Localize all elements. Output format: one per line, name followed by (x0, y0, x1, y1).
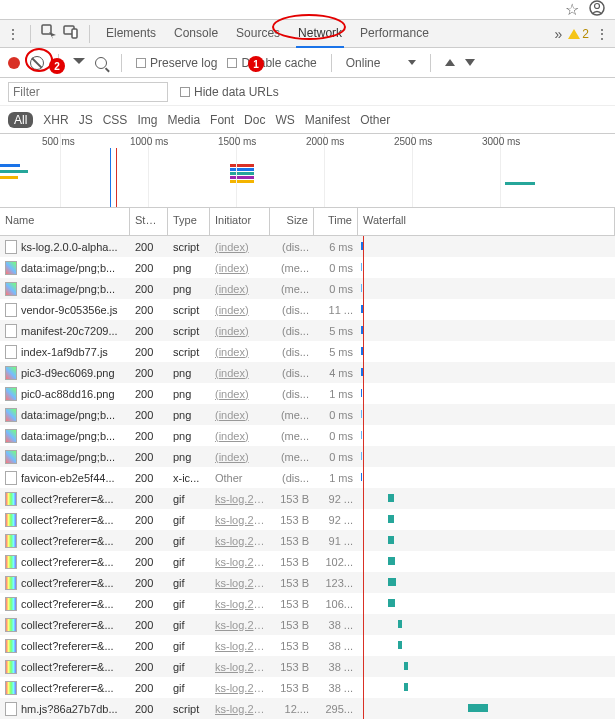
request-row[interactable]: pic3-d9ec6069.png200png(index)(dis...4 m… (0, 362, 615, 383)
request-initiator[interactable]: (index) (210, 430, 270, 442)
request-initiator[interactable]: (index) (210, 367, 270, 379)
filter-toggle-icon[interactable] (73, 58, 85, 68)
request-name: collect?referer=&... (21, 640, 114, 652)
tab-elements[interactable]: Elements (104, 20, 158, 48)
divider (89, 25, 90, 43)
request-initiator[interactable]: ks-log.2.... (210, 556, 270, 568)
request-initiator[interactable]: ks-log.2.... (210, 640, 270, 652)
tab-performance[interactable]: Performance (358, 20, 431, 48)
request-waterfall (358, 257, 615, 278)
filter-input[interactable] (8, 82, 168, 102)
header-waterfall[interactable]: Waterfall (358, 208, 615, 235)
type-filter-media[interactable]: Media (167, 113, 200, 127)
type-filter-img[interactable]: Img (137, 113, 157, 127)
request-initiator[interactable]: (index) (210, 346, 270, 358)
hide-data-urls-checkbox[interactable]: Hide data URLs (180, 85, 279, 99)
request-initiator[interactable]: (index) (210, 409, 270, 421)
more-tabs-icon[interactable]: » (555, 26, 563, 42)
inspect-element-icon[interactable] (41, 24, 57, 43)
request-row[interactable]: collect?referer=&...200gifks-log.2....15… (0, 635, 615, 656)
type-filter-xhr[interactable]: XHR (43, 113, 68, 127)
annotation-label-1: 1 (248, 56, 264, 72)
request-initiator[interactable]: (index) (210, 241, 270, 253)
type-filter-all[interactable]: All (8, 112, 33, 128)
request-row[interactable]: collect?referer=&...200gifks-log.2....15… (0, 530, 615, 551)
tab-console[interactable]: Console (172, 20, 220, 48)
request-initiator[interactable]: ks-log.2.... (210, 661, 270, 673)
request-initiator[interactable]: ks-log.2.... (210, 493, 270, 505)
throttling-select[interactable]: Online (346, 56, 417, 70)
header-time[interactable]: Time (314, 208, 358, 235)
request-size: (dis... (270, 241, 314, 253)
request-row[interactable]: manifest-20c7209...200script(index)(dis.… (0, 320, 615, 341)
search-icon[interactable] (95, 57, 107, 69)
header-size[interactable]: Size (270, 208, 314, 235)
request-initiator[interactable]: (index) (210, 325, 270, 337)
request-row[interactable]: collect?referer=&...200gifks-log.2....15… (0, 677, 615, 698)
request-initiator[interactable]: ks-log.2.... (210, 535, 270, 547)
request-type: png (168, 388, 210, 400)
request-row[interactable]: vendor-9c05356e.js200script(index)(dis..… (0, 299, 615, 320)
overview-timeline[interactable]: 500 ms1000 ms1500 ms2000 ms2500 ms3000 m… (0, 134, 615, 208)
request-initiator[interactable]: Other (210, 472, 270, 484)
request-initiator[interactable]: ks-log.2.... (210, 703, 270, 715)
request-row[interactable]: data:image/png;b...200png(index)(me...0 … (0, 446, 615, 467)
request-row[interactable]: data:image/png;b...200png(index)(me...0 … (0, 404, 615, 425)
warning-badge[interactable]: 2 (568, 27, 589, 41)
upload-har-icon[interactable] (445, 59, 455, 66)
request-row[interactable]: ks-log.2.0.0-alpha...200script(index)(di… (0, 236, 615, 257)
header-initiator[interactable]: Initiator (210, 208, 270, 235)
request-row[interactable]: collect?referer=&...200gifks-log.2....15… (0, 488, 615, 509)
request-size: (dis... (270, 304, 314, 316)
disable-cache-checkbox[interactable]: Disable cache (227, 56, 316, 70)
request-row[interactable]: collect?referer=&...200gifks-log.2....15… (0, 572, 615, 593)
download-har-icon[interactable] (465, 59, 475, 66)
profile-avatar-icon[interactable] (589, 0, 605, 20)
request-initiator[interactable]: ks-log.2.... (210, 682, 270, 694)
request-row[interactable]: index-1af9db77.js200script(index)(dis...… (0, 341, 615, 362)
request-row[interactable]: favicon-eb2e5f44...200x-ic...Other(dis..… (0, 467, 615, 488)
request-initiator[interactable]: (index) (210, 283, 270, 295)
request-initiator[interactable]: ks-log.2.... (210, 598, 270, 610)
request-row[interactable]: data:image/png;b...200png(index)(me...0 … (0, 425, 615, 446)
request-initiator[interactable]: (index) (210, 262, 270, 274)
request-row[interactable]: collect?referer=&...200gifks-log.2....15… (0, 614, 615, 635)
main-menu-icon[interactable]: ⋮ (6, 26, 20, 42)
request-name: hm.js?86a27b7db... (21, 703, 118, 715)
device-toggle-icon[interactable] (63, 24, 79, 43)
request-row[interactable]: collect?referer=&...200gifks-log.2....15… (0, 551, 615, 572)
chevron-down-icon (408, 60, 416, 65)
request-initiator[interactable]: (index) (210, 388, 270, 400)
request-initiator[interactable]: (index) (210, 451, 270, 463)
record-button[interactable] (8, 57, 20, 69)
request-name: favicon-eb2e5f44... (21, 472, 115, 484)
request-row[interactable]: data:image/png;b...200png(index)(me...0 … (0, 257, 615, 278)
type-filter-font[interactable]: Font (210, 113, 234, 127)
request-waterfall (358, 698, 615, 719)
type-filter-css[interactable]: CSS (103, 113, 128, 127)
preserve-log-checkbox[interactable]: Preserve log (136, 56, 217, 70)
header-status[interactable]: Stat... (130, 208, 168, 235)
request-initiator[interactable]: ks-log.2.... (210, 514, 270, 526)
request-row[interactable]: collect?referer=&...200gifks-log.2....15… (0, 656, 615, 677)
request-row[interactable]: collect?referer=&...200gifks-log.2....15… (0, 509, 615, 530)
request-initiator[interactable]: (index) (210, 304, 270, 316)
request-row[interactable]: data:image/png;b...200png(index)(me...0 … (0, 278, 615, 299)
header-type[interactable]: Type (168, 208, 210, 235)
settings-menu-icon[interactable]: ⋮ (595, 26, 609, 42)
timeline-tick: 2500 ms (394, 136, 432, 147)
file-js-icon (5, 702, 17, 716)
type-filter-js[interactable]: JS (79, 113, 93, 127)
type-filter-manifest[interactable]: Manifest (305, 113, 350, 127)
type-filter-other[interactable]: Other (360, 113, 390, 127)
request-initiator[interactable]: ks-log.2.... (210, 577, 270, 589)
header-name[interactable]: Name (0, 208, 130, 235)
request-row[interactable]: pic0-ac88dd16.png200png(index)(dis...1 m… (0, 383, 615, 404)
request-initiator[interactable]: ks-log.2.... (210, 619, 270, 631)
type-filter-ws[interactable]: WS (275, 113, 294, 127)
request-row[interactable]: collect?referer=&...200gifks-log.2....15… (0, 593, 615, 614)
request-waterfall (358, 551, 615, 572)
request-row[interactable]: hm.js?86a27b7db...200scriptks-log.2....1… (0, 698, 615, 719)
bookmark-star-icon[interactable]: ☆ (565, 0, 579, 19)
type-filter-doc[interactable]: Doc (244, 113, 265, 127)
